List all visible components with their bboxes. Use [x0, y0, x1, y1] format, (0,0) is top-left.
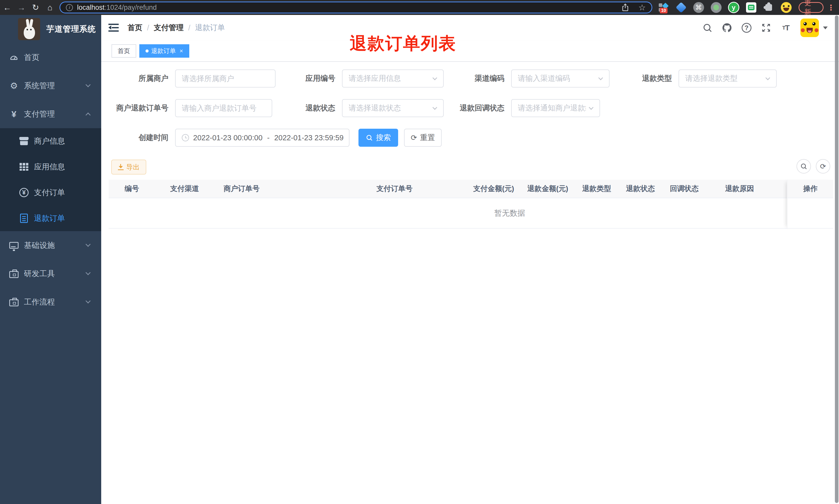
sidebar-item-label: 研发工具	[24, 269, 55, 279]
tab-home[interactable]: 首页	[111, 44, 136, 58]
close-icon[interactable]: ×	[179, 47, 183, 55]
app-shell: 芋道管理系统 首页 ⚙ 系统管理 ¥ 支付管理 商户信息	[0, 15, 839, 504]
merchant-input[interactable]	[175, 70, 275, 88]
export-button[interactable]: 导出	[111, 160, 146, 175]
filter-label: 渠道编码	[438, 73, 504, 84]
sidebar-item-system[interactable]: ⚙ 系统管理	[0, 72, 101, 100]
filter-label: 退款类型	[605, 73, 672, 84]
breadcrumb-current: 退款订单	[195, 23, 225, 33]
caret-down-icon[interactable]	[823, 26, 828, 29]
sidebar-item-label: 基础设施	[24, 240, 55, 251]
sidebar-item-label: 应用信息	[34, 162, 65, 172]
sidebar-item-pay[interactable]: ¥ 支付管理	[0, 100, 101, 128]
tag-extension-icon[interactable]: 10	[658, 2, 669, 13]
sidebar-item-refund-order[interactable]: 退款订单	[0, 205, 101, 231]
command-extension-icon[interactable]: ⌘	[693, 2, 704, 13]
active-dot-icon	[145, 50, 148, 53]
extensions-puzzle-icon[interactable]	[763, 2, 774, 13]
gem-extension-icon[interactable]	[676, 2, 687, 13]
merchant-refund-no-input[interactable]	[175, 99, 272, 117]
date-range-picker[interactable]: 2022-01-23 00:00:00 - 2022-01-23 23:59:5…	[175, 129, 350, 147]
breadcrumb-pay[interactable]: 支付管理	[154, 23, 184, 33]
sidebar-item-devtools[interactable]: 研发工具	[0, 259, 101, 288]
refund-type-select[interactable]: 请选择退款类型	[679, 70, 777, 88]
sidebar-item-label: 首页	[24, 52, 39, 63]
sidebar-item-app-info[interactable]: 应用信息	[0, 154, 101, 180]
reset-button[interactable]: ⟳ 重置	[404, 129, 442, 147]
app-no-select[interactable]: 请选择应用信息	[342, 70, 444, 88]
tags-view-bar: 首页 退款订单 ×	[101, 41, 839, 62]
sidebar-item-label: 退款订单	[34, 213, 65, 224]
refund-status-select[interactable]: 请选择退款状态	[342, 99, 444, 117]
tab-refund-order[interactable]: 退款订单 ×	[139, 44, 189, 58]
pay-order-icon: ¥	[19, 187, 29, 198]
window-scrollbar[interactable]	[835, 15, 838, 503]
sidebar-item-infra[interactable]: 基础设施	[0, 231, 101, 259]
filter-merchant-refund-no: 商户退款订单号	[102, 99, 272, 117]
home-icon[interactable]: ⌂	[43, 3, 57, 12]
search-button[interactable]: 搜索	[358, 129, 398, 147]
back-icon[interactable]: ←	[0, 3, 14, 12]
breadcrumb-home[interactable]: 首页	[127, 23, 142, 33]
scrollbar-thumb[interactable]	[835, 15, 838, 503]
font-size-icon[interactable]: TT	[780, 22, 792, 34]
user-avatar[interactable]	[800, 19, 819, 37]
browser-menu-icon[interactable]: ⋮	[827, 3, 835, 12]
filter-label: 创建时间	[102, 132, 168, 143]
sidebar-item-label: 商户信息	[34, 136, 65, 146]
shop-icon	[19, 136, 29, 146]
filter-merchant: 所属商户	[102, 70, 275, 88]
table-search-button[interactable]	[797, 159, 811, 174]
chevron-down-icon	[432, 75, 437, 80]
filter-channel-code: 渠道编码 请输入渠道编码	[438, 70, 610, 88]
chevron-down-icon	[86, 82, 91, 87]
hamburger-icon[interactable]	[108, 24, 119, 32]
chat-extension-icon[interactable]	[746, 2, 757, 13]
emoji-extension-icon[interactable]	[781, 2, 792, 13]
fullscreen-icon[interactable]	[760, 22, 772, 34]
gear-icon: ⚙	[8, 80, 19, 91]
filter-label: 退款状态	[268, 103, 335, 113]
reload-icon[interactable]: ↻	[29, 3, 43, 12]
toolbox-icon	[8, 268, 19, 279]
y-extension-icon[interactable]: y	[728, 2, 739, 13]
col-id: 编号	[109, 184, 155, 194]
toolbox-icon	[8, 296, 19, 307]
sidebar-item-label: 支付管理	[24, 109, 55, 120]
sidebar-item-home[interactable]: 首页	[0, 43, 101, 72]
sidebar-logo-row[interactable]: 芋道管理系统	[0, 15, 101, 43]
search-icon[interactable]	[701, 22, 713, 34]
url-bar[interactable]: i localhost:1024/pay/refund ☆	[59, 2, 652, 13]
channel-code-select[interactable]: 请输入渠道编码	[511, 70, 610, 88]
notify-status-select[interactable]: 请选择通知商户退款结果	[511, 99, 600, 117]
sidebar-item-merchant-info[interactable]: 商户信息	[0, 128, 101, 154]
col-action: 操作	[787, 180, 833, 198]
url-host: localhost	[77, 4, 105, 11]
col-refund-type: 退款类型	[575, 184, 619, 194]
table-refresh-button[interactable]: ⟳	[816, 159, 830, 174]
clock-icon	[182, 134, 189, 141]
help-icon[interactable]: ?	[740, 22, 752, 34]
share-icon[interactable]	[621, 3, 630, 12]
site-info-icon[interactable]: i	[66, 4, 73, 11]
tab-label: 首页	[118, 47, 130, 55]
col-refund-amount: 退款金额(元)	[521, 184, 575, 194]
table-body: 暂无数据	[109, 198, 833, 229]
recorder-extension-icon[interactable]	[711, 2, 722, 13]
filter-label: 退款回调状态	[438, 103, 504, 113]
forward-icon[interactable]: →	[14, 3, 28, 12]
app-logo	[18, 18, 40, 40]
col-refund-status: 退款状态	[619, 184, 662, 194]
github-icon[interactable]	[721, 22, 733, 34]
top-navbar: 首页 / 支付管理 / 退款订单 ? TT	[101, 15, 839, 41]
sidebar-item-pay-order[interactable]: ¥ 支付订单	[0, 180, 101, 205]
chevron-up-icon	[86, 112, 91, 118]
filter-refund-type: 退款类型 请选择退款类型	[605, 70, 777, 88]
date-separator: -	[267, 133, 270, 142]
browser-update-button[interactable]: 更新	[799, 2, 824, 13]
col-pay-amount: 支付金额(元)	[467, 184, 521, 194]
sidebar-item-workflow[interactable]: 工作流程	[0, 288, 101, 316]
breadcrumb-separator: /	[188, 24, 190, 32]
bookmark-star-icon[interactable]: ☆	[638, 3, 646, 12]
main-content: 所属商户 应用编号 请选择应用信息 渠道编码 请输入渠道编码 退款类型 请选择退…	[101, 62, 839, 504]
